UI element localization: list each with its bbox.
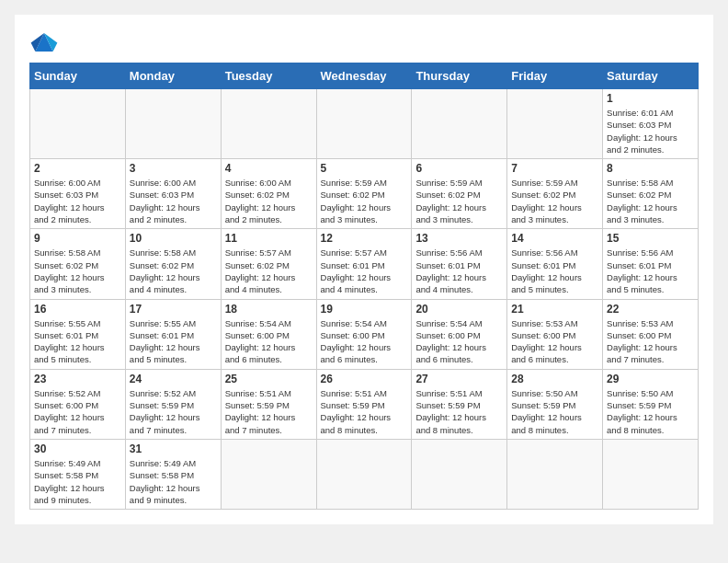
day-cell: 28Sunrise: 5:50 AM Sunset: 5:59 PM Dayli… [507, 369, 603, 439]
day-cell: 9Sunrise: 5:58 AM Sunset: 6:02 PM Daylig… [30, 229, 126, 299]
day-cell: 23Sunrise: 5:52 AM Sunset: 6:00 PM Dayli… [30, 369, 126, 439]
day-info: Sunrise: 5:50 AM Sunset: 5:59 PM Dayligh… [511, 387, 598, 436]
day-cell [603, 439, 699, 509]
day-cell [507, 439, 603, 509]
day-info: Sunrise: 5:51 AM Sunset: 5:59 PM Dayligh… [225, 387, 313, 436]
day-cell: 29Sunrise: 5:50 AM Sunset: 5:59 PM Dayli… [603, 369, 699, 439]
day-number: 18 [225, 303, 313, 316]
day-info: Sunrise: 5:52 AM Sunset: 6:00 PM Dayligh… [34, 387, 121, 436]
day-cell: 12Sunrise: 5:57 AM Sunset: 6:01 PM Dayli… [316, 229, 412, 299]
day-number: 9 [34, 232, 121, 245]
calendar-table: SundayMondayTuesdayWednesdayThursdayFrid… [29, 63, 699, 510]
day-info: Sunrise: 6:00 AM Sunset: 6:03 PM Dayligh… [34, 177, 121, 225]
day-info: Sunrise: 5:56 AM Sunset: 6:01 PM Dayligh… [511, 247, 598, 295]
day-info: Sunrise: 6:01 AM Sunset: 6:03 PM Dayligh… [607, 107, 694, 155]
day-number: 10 [130, 232, 217, 245]
day-cell [221, 89, 316, 159]
day-cell: 14Sunrise: 5:56 AM Sunset: 6:01 PM Dayli… [507, 229, 603, 299]
day-number: 14 [511, 232, 598, 245]
day-number: 19 [321, 303, 408, 316]
day-info: Sunrise: 5:57 AM Sunset: 6:01 PM Dayligh… [321, 247, 408, 295]
day-info: Sunrise: 5:52 AM Sunset: 5:59 PM Dayligh… [130, 387, 217, 436]
weekday-header-saturday: Saturday [603, 63, 699, 89]
day-cell: 7Sunrise: 5:59 AM Sunset: 6:02 PM Daylig… [507, 159, 603, 229]
day-info: Sunrise: 5:56 AM Sunset: 6:01 PM Dayligh… [415, 247, 503, 295]
day-info: Sunrise: 5:49 AM Sunset: 5:58 PM Dayligh… [130, 457, 217, 506]
day-cell: 13Sunrise: 5:56 AM Sunset: 6:01 PM Dayli… [412, 229, 507, 299]
day-cell: 2Sunrise: 6:00 AM Sunset: 6:03 PM Daylig… [30, 159, 126, 229]
weekday-header-thursday: Thursday [412, 63, 507, 89]
weekday-header-friday: Friday [507, 63, 603, 89]
day-cell [412, 89, 507, 159]
day-number: 5 [321, 162, 408, 175]
day-info: Sunrise: 5:59 AM Sunset: 6:02 PM Dayligh… [321, 177, 408, 225]
day-number: 12 [321, 232, 408, 245]
day-cell: 6Sunrise: 5:59 AM Sunset: 6:02 PM Daylig… [412, 159, 507, 229]
day-number: 16 [34, 303, 121, 316]
day-number: 15 [607, 232, 694, 245]
day-number: 28 [511, 373, 598, 385]
week-row-1: 2Sunrise: 6:00 AM Sunset: 6:03 PM Daylig… [30, 159, 699, 229]
day-cell [125, 89, 221, 159]
day-info: Sunrise: 5:57 AM Sunset: 6:02 PM Dayligh… [225, 247, 313, 295]
day-cell: 31Sunrise: 5:49 AM Sunset: 5:58 PM Dayli… [125, 439, 221, 509]
day-cell: 20Sunrise: 5:54 AM Sunset: 6:00 PM Dayli… [412, 299, 507, 369]
day-info: Sunrise: 5:53 AM Sunset: 6:00 PM Dayligh… [511, 317, 598, 366]
day-info: Sunrise: 5:50 AM Sunset: 5:59 PM Dayligh… [607, 387, 694, 436]
day-cell: 17Sunrise: 5:55 AM Sunset: 6:01 PM Dayli… [125, 299, 221, 369]
weekday-header-wednesday: Wednesday [316, 63, 412, 89]
week-row-5: 30Sunrise: 5:49 AM Sunset: 5:58 PM Dayli… [30, 439, 699, 509]
day-cell [316, 439, 412, 509]
day-number: 27 [415, 373, 503, 385]
weekday-header-row: SundayMondayTuesdayWednesdayThursdayFrid… [30, 63, 699, 89]
week-row-3: 16Sunrise: 5:55 AM Sunset: 6:01 PM Dayli… [30, 299, 699, 369]
day-number: 3 [130, 162, 217, 175]
day-info: Sunrise: 5:51 AM Sunset: 5:59 PM Dayligh… [415, 387, 503, 436]
calendar-page: SundayMondayTuesdayWednesdayThursdayFrid… [15, 15, 713, 524]
day-cell: 8Sunrise: 5:58 AM Sunset: 6:02 PM Daylig… [603, 159, 699, 229]
day-cell: 26Sunrise: 5:51 AM Sunset: 5:59 PM Dayli… [316, 369, 412, 439]
day-number: 21 [511, 303, 598, 316]
day-cell: 1Sunrise: 6:01 AM Sunset: 6:03 PM Daylig… [603, 89, 699, 159]
day-number: 17 [130, 303, 217, 316]
day-info: Sunrise: 5:54 AM Sunset: 6:00 PM Dayligh… [415, 317, 503, 366]
day-info: Sunrise: 5:51 AM Sunset: 5:59 PM Dayligh… [321, 387, 408, 436]
day-number: 1 [607, 92, 694, 105]
day-info: Sunrise: 5:55 AM Sunset: 6:01 PM Dayligh… [130, 317, 217, 366]
day-number: 24 [130, 373, 217, 385]
week-row-4: 23Sunrise: 5:52 AM Sunset: 6:00 PM Dayli… [30, 369, 699, 439]
day-cell: 22Sunrise: 5:53 AM Sunset: 6:00 PM Dayli… [603, 299, 699, 369]
week-row-0: 1Sunrise: 6:01 AM Sunset: 6:03 PM Daylig… [30, 89, 699, 159]
day-cell: 4Sunrise: 6:00 AM Sunset: 6:02 PM Daylig… [221, 159, 316, 229]
day-number: 26 [321, 373, 408, 385]
day-info: Sunrise: 5:54 AM Sunset: 6:00 PM Dayligh… [225, 317, 313, 366]
logo [29, 29, 63, 55]
day-info: Sunrise: 5:53 AM Sunset: 6:00 PM Dayligh… [607, 317, 694, 366]
day-number: 31 [130, 442, 217, 455]
day-cell [30, 89, 126, 159]
day-cell [316, 89, 412, 159]
day-info: Sunrise: 5:59 AM Sunset: 6:02 PM Dayligh… [511, 177, 598, 225]
weekday-header-monday: Monday [125, 63, 221, 89]
day-number: 23 [34, 373, 121, 385]
week-row-2: 9Sunrise: 5:58 AM Sunset: 6:02 PM Daylig… [30, 229, 699, 299]
day-number: 4 [225, 162, 313, 175]
day-number: 8 [607, 162, 694, 175]
day-info: Sunrise: 5:56 AM Sunset: 6:01 PM Dayligh… [607, 247, 694, 295]
day-number: 22 [607, 303, 694, 316]
day-cell: 27Sunrise: 5:51 AM Sunset: 5:59 PM Dayli… [412, 369, 507, 439]
day-number: 13 [415, 232, 503, 245]
page-header [29, 29, 699, 55]
day-cell: 3Sunrise: 6:00 AM Sunset: 6:03 PM Daylig… [125, 159, 221, 229]
day-info: Sunrise: 5:54 AM Sunset: 6:00 PM Dayligh… [321, 317, 408, 366]
day-cell: 21Sunrise: 5:53 AM Sunset: 6:00 PM Dayli… [507, 299, 603, 369]
day-info: Sunrise: 5:59 AM Sunset: 6:02 PM Dayligh… [415, 177, 503, 225]
day-number: 20 [415, 303, 503, 316]
day-number: 2 [34, 162, 121, 175]
weekday-header-tuesday: Tuesday [221, 63, 316, 89]
day-info: Sunrise: 6:00 AM Sunset: 6:03 PM Dayligh… [130, 177, 217, 225]
day-cell [507, 89, 603, 159]
logo-icon [29, 29, 59, 55]
weekday-header-sunday: Sunday [30, 63, 126, 89]
day-cell: 19Sunrise: 5:54 AM Sunset: 6:00 PM Dayli… [316, 299, 412, 369]
